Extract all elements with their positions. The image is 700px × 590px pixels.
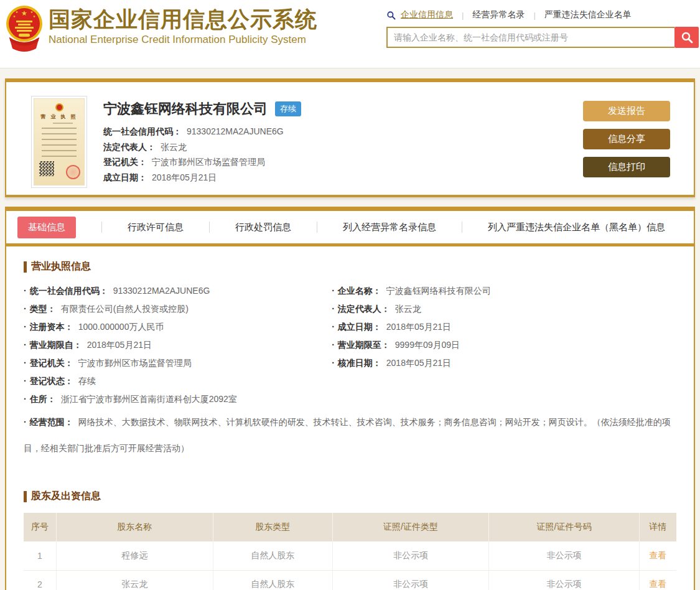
info-field: 营业期限至：9999年09月09日 — [332, 336, 676, 354]
field-value: 张云龙 — [161, 142, 187, 152]
red-seal-icon — [66, 165, 80, 179]
column-header: 证照/证件号码 — [489, 513, 639, 541]
field-label: 登记机关： — [103, 157, 147, 167]
info-field: 注册资本：1000.000000万人民币 — [24, 318, 332, 336]
table-row: 1 程修远 自然人股东 非公示项 非公示项 查看 — [24, 541, 676, 570]
divider — [317, 222, 317, 233]
info-field: 法定代表人：张云龙 — [332, 300, 676, 318]
field-value: 2018年05月21日 — [152, 172, 217, 182]
info-field: 统一社会信用代码：91330212MA2AJUNE6G — [24, 282, 332, 300]
cell-shareholder-name: 张云龙 — [56, 570, 213, 590]
print-info-button[interactable]: 信息打印 — [583, 157, 670, 177]
share-info-button[interactable]: 信息分享 — [583, 129, 670, 149]
svg-text:★: ★ — [33, 14, 36, 18]
column-header: 证照/证件类型 — [332, 513, 489, 541]
info-field: 核准日期：2018年05月21日 — [332, 354, 676, 372]
view-details-link[interactable]: 查看 — [649, 550, 666, 560]
divider — [462, 222, 462, 233]
search-icon — [681, 31, 693, 44]
info-field: 登记状态：存续 — [24, 372, 332, 390]
column-header: 序号 — [24, 513, 56, 541]
divider: | — [533, 11, 535, 20]
tab-abnormal-operations-list[interactable]: 列入经营异常名录信息 — [343, 222, 436, 233]
cell-no: 1 — [24, 541, 56, 570]
info-field: 登记机关：宁波市鄞州区市场监督管理局 — [24, 354, 332, 372]
shareholders-table: 序号 股东名称 股东类型 证照/证件类型 证照/证件号码 详情 1 程修远 自然 — [24, 513, 676, 590]
license-text-line — [53, 123, 73, 124]
divider — [6, 243, 694, 246]
business-license-image[interactable]: 营 业 执 照 — [31, 96, 87, 188]
info-field: 企业名称：宁波鑫钰网络科技有限公司 — [332, 282, 676, 300]
detail-card: 基础信息 行政许可信息 行政处罚信息 列入经营异常名录信息 列入严重违法失信企业… — [5, 207, 695, 590]
tab-basic-info[interactable]: 基础信息 — [17, 217, 76, 238]
divider — [101, 222, 102, 233]
svg-text:★: ★ — [13, 14, 16, 18]
cell-doc-type: 非公示项 — [332, 541, 489, 570]
nav-link-abnormal-operations[interactable]: 经营异常名录 — [472, 9, 525, 21]
page-background: 营 业 执 照 宁波鑫钰网络科技有限公司 存续 统一社会信用代码：9133021… — [0, 68, 700, 590]
table-row: 2 张云龙 自然人股东 非公示项 非公示项 查看 — [24, 570, 676, 590]
cell-doc-type: 非公示项 — [332, 570, 489, 590]
column-header: 股东类型 — [213, 513, 332, 541]
view-details-link[interactable]: 查看 — [649, 579, 666, 589]
field-label: 统一社会信用代码： — [103, 126, 182, 136]
info-field-business-scope: 经营范围：网络技术、大数据技术、物联网技术、计算机软硬件的研发、技术转让、技术咨… — [24, 409, 676, 461]
field-value: 91330212MA2AJUNE6G — [187, 126, 284, 136]
divider — [209, 222, 210, 233]
cell-doc-no: 非公示项 — [489, 541, 639, 570]
info-field-address: 住所：浙江省宁波市鄞州区首南街道科创大厦2092室 — [24, 390, 676, 408]
info-field: 成立日期：2018年05月21日 — [332, 318, 676, 336]
nav-link-enterprise-credit[interactable]: 企业信用信息 — [401, 9, 453, 21]
svg-text:★: ★ — [30, 10, 34, 14]
section-title-shareholders: 股东及出资信息 — [24, 490, 676, 503]
search-icon — [386, 11, 396, 20]
svg-text:★: ★ — [21, 9, 27, 17]
cell-no: 2 — [24, 570, 56, 590]
cell-shareholder-type: 自然人股东 — [213, 570, 332, 590]
qr-code — [39, 161, 54, 176]
cell-shareholder-type: 自然人股东 — [213, 541, 332, 570]
license-text-lines — [42, 128, 77, 159]
search-input[interactable] — [386, 27, 674, 48]
top-nav: 企业信用信息 | 经营异常名录 | 严重违法失信企业名单 — [386, 7, 699, 22]
column-header: 股东名称 — [56, 513, 213, 541]
section-bar — [24, 491, 27, 502]
info-field: 类型：有限责任公司(自然人投资或控股) — [24, 300, 332, 318]
column-header: 详情 — [639, 513, 676, 541]
company-summary-card: 营 业 执 照 宁波鑫钰网络科技有限公司 存续 统一社会信用代码：9133021… — [5, 78, 695, 197]
tab-bar: 基础信息 行政许可信息 行政处罚信息 列入经营异常名录信息 列入严重违法失信企业… — [6, 211, 694, 243]
svg-text:★: ★ — [16, 10, 19, 14]
section-title-license-info: 营业执照信息 — [24, 260, 676, 273]
field-label: 成立日期： — [103, 172, 147, 182]
tab-administrative-penalty[interactable]: 行政处罚信息 — [235, 222, 291, 233]
license-info-fields: 统一社会信用代码：91330212MA2AJUNE6G 企业名称：宁波鑫钰网络科… — [24, 282, 676, 390]
site-subtitle: National Enterprise Credit Information P… — [49, 34, 317, 46]
summary-field: 登记机关：宁波市鄞州区市场监督管理局 — [103, 154, 583, 170]
app-header: ★ ★ ★ ★ ★ 国家企业信用信息公示系统 National Enterpri… — [0, 0, 700, 68]
search-button[interactable] — [674, 27, 699, 48]
national-emblem-logo: ★ ★ ★ ★ ★ — [5, 5, 44, 51]
cell-doc-no: 非公示项 — [489, 570, 639, 590]
tab-administrative-licensing[interactable]: 行政许可信息 — [128, 222, 184, 233]
info-field: 营业期限自：2018年05月21日 — [24, 336, 332, 354]
site-title: 国家企业信用信息公示系统 — [49, 6, 317, 32]
company-name: 宁波鑫钰网络科技有限公司 — [103, 100, 268, 118]
field-label: 法定代表人： — [103, 142, 156, 152]
nav-link-serious-violations[interactable]: 严重违法失信企业名单 — [544, 9, 632, 21]
tab-blacklist[interactable]: 列入严重违法失信企业名单（黑名单）信息 — [488, 222, 665, 233]
send-report-button[interactable]: 发送报告 — [583, 101, 670, 121]
emblem-icon — [55, 103, 63, 111]
table-header-row: 序号 股东名称 股东类型 证照/证件类型 证照/证件号码 详情 — [24, 513, 676, 541]
divider: | — [462, 11, 464, 20]
cell-shareholder-name: 程修远 — [56, 541, 213, 570]
summary-field: 统一社会信用代码：91330212MA2AJUNE6G — [103, 124, 583, 139]
license-title: 营 业 执 照 — [34, 113, 84, 120]
section-bar — [24, 261, 27, 273]
summary-field: 成立日期：2018年05月21日 — [103, 170, 583, 185]
summary-field: 法定代表人：张云龙 — [103, 139, 583, 155]
status-badge: 存续 — [275, 101, 301, 116]
field-value: 宁波市鄞州区市场监督管理局 — [152, 157, 265, 167]
